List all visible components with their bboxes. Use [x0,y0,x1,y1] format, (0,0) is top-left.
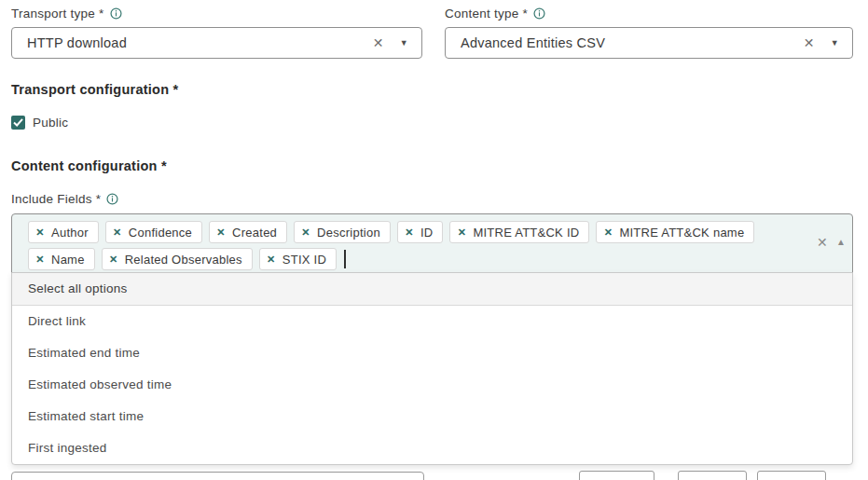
remove-tag-icon[interactable]: ✕ [29,226,51,239]
cutoff-button[interactable] [678,471,747,480]
tag-label: Confidence [129,226,201,240]
content-type-label-text: Content type * [445,7,528,21]
chevron-down-icon[interactable]: ▼ [831,39,839,48]
tag-label: ID [420,226,443,240]
dropdown-options: Direct link Estimated end time Estimated… [12,306,852,464]
info-icon[interactable] [533,7,545,20]
selected-tag: ✕ Author [28,221,99,243]
chevron-up-icon[interactable]: ▲ [836,238,846,247]
info-icon[interactable] [110,7,122,20]
feed-configuration-form: Transport type * HTTP download ✕ ▼ Conte… [0,0,868,480]
transport-type-select[interactable]: HTTP download ✕ ▼ [11,27,422,59]
content-configuration-heading: Content configuration * [11,158,167,173]
content-type-label: Content type * [445,7,545,21]
public-checkbox-label: Public [33,116,68,130]
dropdown-option[interactable]: First ingested [12,432,852,464]
remove-tag-icon[interactable]: ✕ [210,226,232,239]
tag-label: Author [51,226,98,240]
selected-tag: ✕ Name [28,248,95,270]
tag-label: MITRE ATT&CK name [619,226,753,240]
cutoff-button[interactable] [757,471,826,480]
tag-label: Created [232,226,286,240]
dropdown-option[interactable]: Estimated start time [12,401,852,432]
remove-tag-icon[interactable]: ✕ [398,226,420,239]
clear-icon[interactable]: ✕ [804,36,815,49]
public-checkbox-row[interactable]: Public [11,116,68,130]
remove-tag-icon[interactable]: ✕ [597,226,619,239]
selected-tag: ✕ ID [397,221,444,243]
remove-tag-icon[interactable]: ✕ [260,254,282,266]
dropdown-option[interactable]: Estimated end time [12,337,852,369]
transport-type-label-text: Transport type * [11,7,104,21]
select-all-option[interactable]: Select all options [12,273,852,306]
info-icon[interactable] [106,193,118,205]
cutoff-button[interactable] [579,471,654,480]
transport-type-label: Transport type * [11,7,122,21]
tag-label: MITRE ATT&CK ID [473,226,588,240]
tag-label: Related Observables [125,253,252,267]
clear-all-icon[interactable]: ✕ [817,236,828,249]
selected-tag: ✕ MITRE ATT&CK ID [449,221,589,243]
content-type-select[interactable]: Advanced Entities CSV ✕ ▼ [445,27,853,59]
dropdown-option[interactable]: Estimated observed time [12,369,852,401]
remove-tag-icon[interactable]: ✕ [295,226,317,239]
clear-icon[interactable]: ✕ [373,36,384,49]
transport-type-value: HTTP download [12,35,373,50]
dropdown-option[interactable]: Direct link [12,306,852,337]
tag-label: STIX ID [282,253,336,267]
multiselect-controls: ✕ ▲ [817,236,846,249]
public-checkbox[interactable] [11,116,25,130]
chevron-down-icon[interactable]: ▼ [400,39,408,48]
remove-tag-icon[interactable]: ✕ [29,254,51,266]
selected-tag: ✕ MITRE ATT&CK name [596,221,754,243]
content-type-value: Advanced Entities CSV [446,35,804,50]
include-fields-label-text: Include Fields * [11,192,101,206]
remove-tag-icon[interactable]: ✕ [450,226,473,239]
selected-tag: ✕ Description [294,221,391,243]
selected-tag: ✕ Created [209,221,287,243]
remove-tag-icon[interactable]: ✕ [106,226,129,239]
text-cursor [344,250,346,268]
tag-label: Description [317,226,390,240]
transport-configuration-heading: Transport configuration * [11,82,178,97]
selected-tag: ✕ Confidence [105,221,202,243]
tag-label: Name [51,253,94,267]
include-fields-label: Include Fields * [11,192,118,206]
cutoff-input-field[interactable] [11,472,424,480]
include-fields-multiselect[interactable]: ✕ Author ✕ Confidence ✕ Created ✕ Descri… [11,213,853,278]
selected-tag: ✕ Related Observables [102,248,253,270]
remove-tag-icon[interactable]: ✕ [103,254,125,266]
include-fields-dropdown: Select all options Direct link Estimated… [11,272,853,465]
selected-tag: ✕ STIX ID [259,248,337,270]
